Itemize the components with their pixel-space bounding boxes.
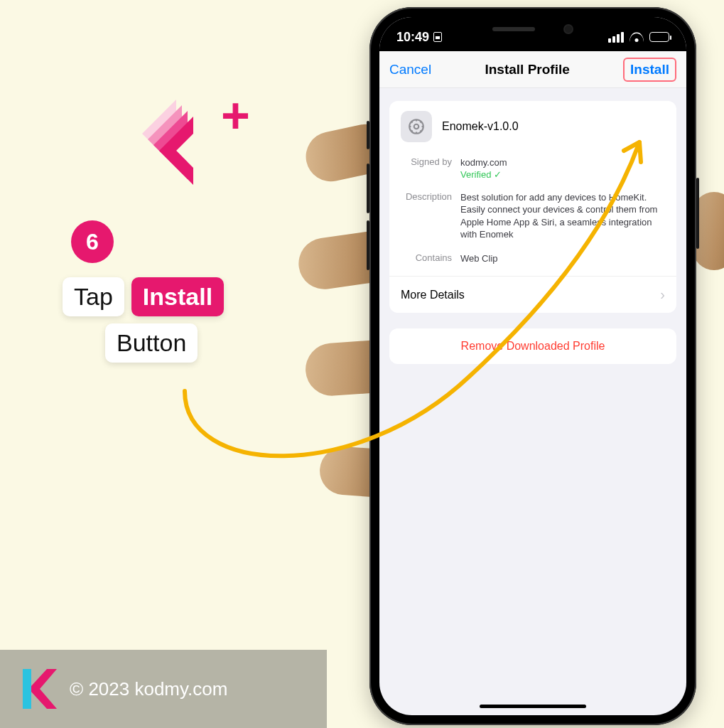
signed-by-value: kodmy.com bbox=[460, 156, 507, 169]
phone-frame: 10:49 Cancel Install Profile Install bbox=[369, 7, 696, 725]
description-value: Best solution for add any devices to Hom… bbox=[460, 191, 665, 241]
signed-by-label: Signed by bbox=[401, 156, 452, 180]
profile-name: Enomek-v1.0.0 bbox=[442, 120, 519, 133]
checkmark-icon: ✓ bbox=[494, 169, 502, 180]
kodmy-logo bbox=[17, 668, 57, 710]
footer-banner: © 2023 kodmy.com bbox=[0, 650, 327, 728]
phone-screen: 10:49 Cancel Install Profile Install bbox=[379, 17, 686, 715]
install-button[interactable]: Install bbox=[623, 58, 676, 82]
profile-gear-icon bbox=[401, 111, 432, 142]
statusbar-time: 10:49 bbox=[396, 30, 429, 45]
instruction-word-tap: Tap bbox=[63, 277, 124, 316]
wifi-icon bbox=[630, 32, 644, 42]
contains-label: Contains bbox=[401, 252, 452, 265]
more-details-row[interactable]: More Details › bbox=[389, 276, 676, 313]
remove-profile-button[interactable]: Remove Downloaded Profile bbox=[389, 328, 676, 364]
copyright-text: © 2023 kodmy.com bbox=[70, 678, 227, 700]
home-indicator[interactable] bbox=[480, 705, 586, 708]
phone-notch bbox=[462, 17, 604, 41]
profile-card: Enomek-v1.0.0 Signed by kodmy.com Verifi… bbox=[389, 101, 676, 313]
cancel-button[interactable]: Cancel bbox=[389, 62, 431, 77]
instruction-word-button: Button bbox=[105, 323, 198, 363]
document-icon bbox=[433, 32, 442, 42]
instruction-word-install: Install bbox=[131, 277, 224, 316]
plus-icon: + bbox=[221, 91, 250, 141]
svg-point-1 bbox=[414, 124, 419, 129]
more-details-label: More Details bbox=[401, 289, 465, 301]
instruction-text: Tap Install Button bbox=[63, 277, 261, 363]
battery-icon bbox=[649, 32, 669, 42]
description-label: Description bbox=[401, 191, 452, 241]
verified-label: Verified bbox=[460, 169, 491, 180]
step-number-badge: 6 bbox=[71, 220, 114, 263]
nav-bar: Cancel Install Profile Install bbox=[379, 51, 686, 88]
chevron-right-icon: › bbox=[660, 287, 665, 303]
brand-logo: + bbox=[121, 78, 220, 178]
nav-title: Install Profile bbox=[485, 62, 569, 77]
contains-value: Web Clip bbox=[460, 252, 498, 265]
cellular-signal-icon bbox=[608, 32, 624, 43]
